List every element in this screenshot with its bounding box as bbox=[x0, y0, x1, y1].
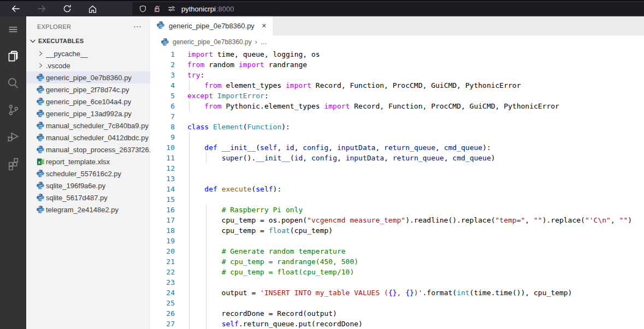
python-file-icon bbox=[36, 205, 45, 214]
code-line[interactable]: 27 self.return_queue.put(recordDone) bbox=[150, 319, 644, 329]
code-line[interactable]: 3try: bbox=[150, 70, 644, 80]
code-line[interactable]: 16 # Raspberry Pi only bbox=[150, 205, 644, 215]
line-number: 23 bbox=[150, 277, 175, 288]
source-control-icon[interactable] bbox=[5, 102, 21, 117]
python-file-icon bbox=[36, 193, 45, 202]
file-item[interactable]: sqlite_196f9a6e.py bbox=[26, 180, 150, 192]
indent-guide bbox=[206, 153, 206, 163]
file-item[interactable]: manual_scheduler_0412dbdc.py bbox=[26, 131, 150, 143]
explorer-icon[interactable] bbox=[5, 49, 21, 64]
permissions-icon[interactable] bbox=[167, 4, 176, 13]
breadcrumb-more[interactable]: … bbox=[261, 38, 267, 46]
code-area[interactable]: 1import time, queue, logging, os2from ra… bbox=[150, 48, 644, 329]
code-line[interactable]: 4 from element_types import Record, Func… bbox=[150, 80, 644, 91]
extensions-icon[interactable] bbox=[5, 155, 21, 171]
line-number: 6 bbox=[150, 101, 175, 111]
file-item[interactable]: sqlite_5617d487.py bbox=[26, 192, 150, 204]
code-line[interactable]: 1import time, queue, logging, os bbox=[150, 49, 644, 59]
code-line[interactable]: 5except ImportError: bbox=[150, 91, 644, 101]
code-text bbox=[175, 236, 187, 246]
code-line[interactable]: 25 bbox=[150, 298, 644, 308]
code-token: from bbox=[187, 61, 204, 69]
code-line[interactable]: 21 # cpu_temp = randrange(450, 500) bbox=[150, 256, 644, 267]
forward-button[interactable] bbox=[32, 2, 51, 16]
code-line[interactable]: 15 bbox=[150, 194, 644, 205]
shield-icon[interactable] bbox=[138, 4, 147, 14]
python-file-icon bbox=[36, 85, 45, 94]
code-text: # Generate random temperature bbox=[175, 246, 346, 256]
code-line[interactable]: 17 cpu_temp = os.popen("vcgencmd measure… bbox=[150, 215, 644, 225]
file-item[interactable]: x report_template.xlsx bbox=[26, 155, 150, 168]
code-token: , bbox=[303, 154, 311, 162]
code-line[interactable]: 24 output = 'INSERT INTO my_table VALUES… bbox=[150, 288, 644, 298]
tab-close-icon[interactable]: ✕ bbox=[262, 22, 267, 29]
code-line[interactable]: 13 bbox=[150, 174, 644, 184]
menu-icon[interactable] bbox=[5, 22, 21, 37]
code-line[interactable]: 6 from Pythonic.element_types import Rec… bbox=[150, 101, 644, 111]
code-text bbox=[175, 163, 187, 174]
code-line[interactable]: 10 def __init__(self, id, config, inputD… bbox=[150, 142, 644, 153]
reload-button[interactable] bbox=[58, 2, 76, 16]
file-item[interactable]: manual_stop_process_26373f26.... bbox=[26, 143, 150, 155]
lock-insecure-icon[interactable] bbox=[152, 4, 162, 14]
folder-item[interactable]: __pycache__ bbox=[26, 47, 150, 59]
code-line[interactable]: 23 bbox=[150, 277, 644, 288]
code-token: , bbox=[328, 143, 337, 152]
home-button[interactable] bbox=[83, 2, 102, 16]
file-item[interactable]: manual_scheduler_7c840ba9.py bbox=[26, 119, 150, 131]
code-token: .return_queue.put(recordDone) bbox=[239, 320, 363, 328]
indent-guide bbox=[189, 174, 190, 184]
indent-guide bbox=[206, 319, 206, 329]
explorer-actions-button[interactable]: ⋯ bbox=[133, 24, 141, 29]
indent-guide bbox=[206, 205, 206, 215]
file-item[interactable]: generic_pipe_13ad992a.py bbox=[26, 107, 150, 119]
indent-guide bbox=[189, 236, 190, 246]
run-debug-icon[interactable] bbox=[5, 129, 21, 144]
code-token: (cpu_temp) bbox=[290, 226, 333, 235]
code-line[interactable]: 7 bbox=[150, 111, 644, 122]
code-line[interactable]: 22 # cpu_temp = float(cpu_temp/10) bbox=[150, 267, 644, 277]
python-icon-slot bbox=[35, 205, 46, 214]
code-text: self.return_queue.put(recordDone) bbox=[175, 319, 363, 329]
code-line[interactable]: 20 # Generate random temperature bbox=[150, 246, 644, 256]
code-line[interactable]: 14 def execute(self): bbox=[150, 184, 644, 194]
tab-generic-pipe[interactable]: generic_pipe_0e7b8360.py ✕ bbox=[150, 16, 273, 35]
breadcrumb-file[interactable]: generic_pipe_0e7b8360.py bbox=[173, 38, 252, 46]
indent-guide bbox=[206, 298, 206, 308]
search-icon[interactable] bbox=[5, 75, 21, 91]
code-line[interactable]: 26 recordDone = Record(output) bbox=[150, 308, 644, 319]
file-label: scheduler_557616c2.py bbox=[46, 170, 121, 178]
code-line[interactable]: 19 bbox=[150, 236, 644, 246]
back-button[interactable] bbox=[7, 2, 25, 16]
file-item[interactable]: telegram_2e4148e2.py bbox=[26, 204, 150, 216]
indent-guide bbox=[189, 288, 190, 298]
code-token: int bbox=[457, 289, 469, 297]
code-line[interactable]: 9 bbox=[150, 132, 644, 142]
code-token: (time.time()), cpu_temp) bbox=[470, 289, 572, 297]
code-token bbox=[187, 185, 204, 193]
code-token: ( bbox=[243, 123, 247, 131]
code-text: from random import randrange bbox=[175, 59, 307, 70]
file-item[interactable]: generic_pipe_0e7b8360.py bbox=[26, 71, 150, 83]
code-line[interactable]: 12 bbox=[150, 163, 644, 174]
file-item[interactable]: generic_pipe_6ce104a4.py bbox=[26, 95, 150, 107]
python-icon-slot bbox=[35, 121, 46, 130]
folder-item[interactable]: .vscode bbox=[26, 59, 150, 71]
indent-guide bbox=[189, 277, 190, 288]
code-line[interactable]: 2from random import randrange bbox=[150, 59, 644, 70]
home-icon bbox=[87, 4, 98, 14]
url-bar[interactable]: pythonicrpi:8000 bbox=[132, 2, 644, 15]
code-text bbox=[175, 132, 187, 142]
code-text: cpu_temp = float(cpu_temp) bbox=[175, 225, 333, 236]
file-item[interactable]: generic_pipe_2f78d74c.py bbox=[26, 83, 150, 95]
code-token: Record, Function, ProcCMD, GuiCMD, Pytho… bbox=[311, 81, 521, 89]
code-token: config bbox=[303, 143, 328, 152]
code-line[interactable]: 11 super().__init__(id, config, inputDat… bbox=[150, 153, 644, 163]
code-token: id bbox=[294, 154, 303, 162]
url-port: :8000 bbox=[216, 5, 234, 13]
file-item[interactable]: scheduler_557616c2.py bbox=[26, 168, 150, 180]
code-token bbox=[187, 268, 222, 276]
code-line[interactable]: 8class Element(Function): bbox=[150, 122, 644, 132]
code-line[interactable]: 18 cpu_temp = float(cpu_temp) bbox=[150, 225, 644, 236]
section-executables[interactable]: EXECUTABLES bbox=[26, 35, 150, 47]
